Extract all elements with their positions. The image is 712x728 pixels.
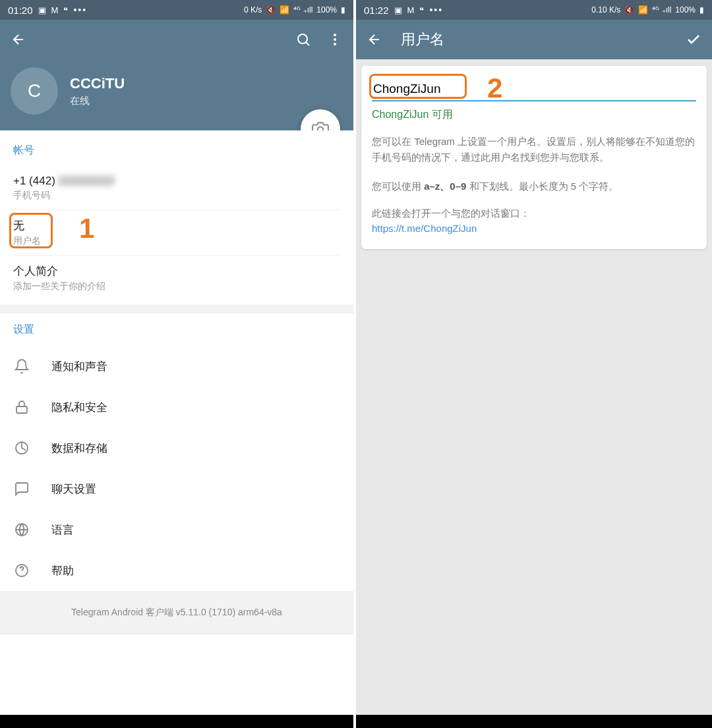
settings-item-privacy[interactable]: 隐私和安全 <box>0 387 353 428</box>
svg-point-3 <box>334 43 336 45</box>
lock-icon <box>13 399 30 416</box>
mail-icon: M <box>51 5 59 15</box>
wifi-icon: 📶 <box>638 5 648 14</box>
mute-icon: 🔇 <box>266 5 276 14</box>
signal-icon: ⁴ᴳ ₊ıll <box>293 5 312 14</box>
username-card: 2 ChongZiJun 可用 您可以在 Telegram 上设置一个用户名。设… <box>361 66 707 249</box>
phone-label: 手机号码 <box>13 190 340 202</box>
wifi-icon: 📶 <box>280 5 289 14</box>
divider <box>0 304 353 314</box>
bio-value: 个人简介 <box>13 264 340 279</box>
username-availability: ChongZiJun 可用 <box>372 108 696 122</box>
settings-header: 设置 <box>13 323 340 337</box>
help-icon <box>13 562 30 579</box>
settings-section: 设置 <box>0 314 353 346</box>
more-icon: ••• <box>429 5 443 15</box>
chat-icon <box>13 480 30 497</box>
svg-point-1 <box>334 34 336 36</box>
account-header: 帐号 <box>13 144 340 157</box>
hangouts-icon: ❝ <box>63 5 68 15</box>
phone-value: +1 (442) 222222222 <box>13 175 340 188</box>
profile-status: 在线 <box>70 95 125 107</box>
globe-icon <box>13 521 30 538</box>
version-footer: Telegram Android 客户端 v5.11.0 (1710) arm6… <box>0 591 353 634</box>
status-time: 01:22 <box>364 5 389 16</box>
username-label: 用户名 <box>13 235 340 247</box>
app-bar <box>0 20 353 59</box>
app-bar: 用户名 <box>356 20 712 59</box>
page-title: 用户名 <box>401 30 444 49</box>
username-value: 无 <box>13 218 340 233</box>
avatar[interactable]: C <box>11 67 58 115</box>
battery-icon: ▮ <box>341 5 345 14</box>
status-bar: 01:22 ▣ M ❝ ••• 0.10 K/s 🔇 📶 ⁴ᴳ ₊ıll 100… <box>356 0 712 20</box>
settings-label: 隐私和安全 <box>51 400 107 415</box>
profile-name: CCCiTU <box>70 75 125 92</box>
nav-bar <box>0 715 353 728</box>
battery-text: 100% <box>675 5 696 14</box>
settings-item-language[interactable]: 语言 <box>0 509 353 550</box>
settings-list: 通知和声音 隐私和安全 数据和存储 聊天设置 语言 帮助 <box>0 346 353 591</box>
search-icon[interactable] <box>295 32 311 47</box>
status-time: 01:20 <box>8 5 33 16</box>
back-button[interactable] <box>367 32 382 47</box>
settings-item-notifications[interactable]: 通知和声音 <box>0 346 353 387</box>
svg-point-2 <box>334 38 336 41</box>
username-input[interactable] <box>372 78 696 101</box>
settings-label: 聊天设置 <box>51 482 96 497</box>
svg-rect-5 <box>16 406 27 413</box>
confirm-button[interactable] <box>686 32 701 47</box>
image-icon: ▣ <box>38 5 46 15</box>
settings-screen: 01:20 ▣ M ❝ ••• 0 K/s 🔇 📶 ⁴ᴳ ₊ıll 100% ▮ <box>0 0 356 728</box>
settings-item-help[interactable]: 帮助 <box>0 550 353 591</box>
nav-bar <box>356 715 712 728</box>
mail-icon: M <box>407 5 415 15</box>
network-speed: 0.10 K/s <box>591 5 620 14</box>
username-link[interactable]: https://t.me/ChongZiJun <box>372 223 477 234</box>
username-link-description: 此链接会打开一个与您的对话窗口： <box>372 208 696 220</box>
signal-icon: ⁴ᴳ ₊ıll <box>652 5 671 14</box>
mute-icon: 🔇 <box>624 5 634 14</box>
username-description-2: 您可以使用 a–z、0–9 和下划线。最小长度为 5 个字符。 <box>372 179 696 194</box>
username-item[interactable]: 无 用户名 1 <box>13 210 340 256</box>
back-button[interactable] <box>11 32 26 47</box>
account-section: 帐号 +1 (442) 222222222 手机号码 无 用户名 1 个人简介 … <box>0 130 353 304</box>
settings-label: 帮助 <box>51 563 74 578</box>
battery-icon: ▮ <box>699 5 704 14</box>
more-icon[interactable] <box>327 32 343 47</box>
settings-label: 通知和声音 <box>51 359 107 374</box>
image-icon: ▣ <box>394 5 402 15</box>
username-description-1: 您可以在 Telegram 上设置一个用户名。设置后，别人将能够在不知道您的手机… <box>372 134 696 165</box>
bio-item[interactable]: 个人简介 添加一些关于你的介绍 <box>13 256 340 300</box>
profile-header: C CCCiTU 在线 <box>0 59 353 130</box>
settings-label: 数据和存储 <box>51 441 107 456</box>
username-edit-screen: 01:22 ▣ M ❝ ••• 0.10 K/s 🔇 📶 ⁴ᴳ ₊ıll 100… <box>356 0 712 728</box>
phone-item[interactable]: +1 (442) 222222222 手机号码 <box>13 167 340 210</box>
bio-label: 添加一些关于你的介绍 <box>13 281 340 293</box>
settings-item-data[interactable]: 数据和存储 <box>0 428 353 468</box>
status-bar: 01:20 ▣ M ❝ ••• 0 K/s 🔇 📶 ⁴ᴳ ₊ıll 100% ▮ <box>0 0 353 20</box>
battery-text: 100% <box>316 5 337 14</box>
svg-point-0 <box>298 34 307 43</box>
data-icon <box>13 439 30 457</box>
annotation-number-2: 2 <box>487 72 502 104</box>
annotation-number-1: 1 <box>79 213 94 244</box>
bell-icon <box>13 358 30 375</box>
settings-label: 语言 <box>51 522 74 538</box>
settings-item-chat[interactable]: 聊天设置 <box>0 468 353 509</box>
more-icon: ••• <box>73 5 87 15</box>
hangouts-icon: ❝ <box>419 5 424 15</box>
network-speed: 0 K/s <box>244 5 262 14</box>
